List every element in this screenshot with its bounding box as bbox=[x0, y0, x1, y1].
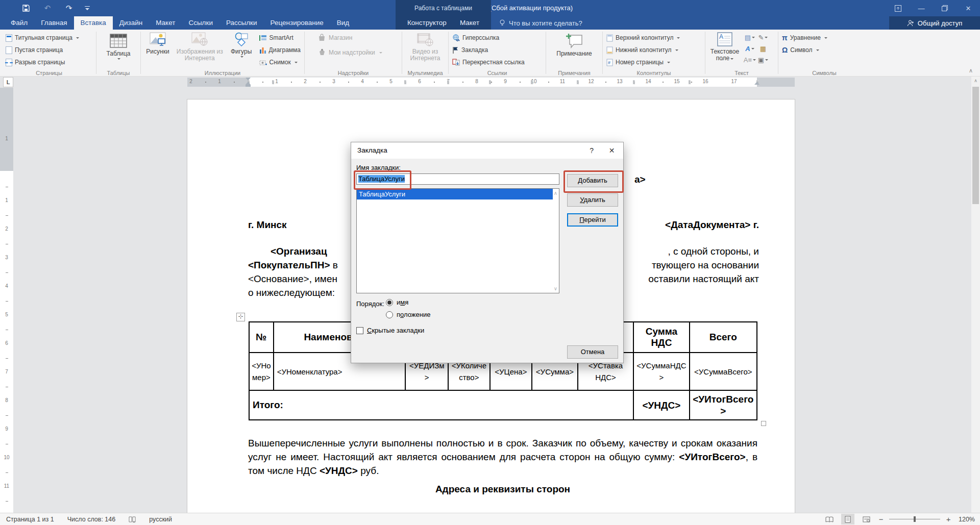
page-number-button[interactable]: # Номер страницы bbox=[604, 56, 704, 68]
restore-icon[interactable] bbox=[933, 0, 957, 16]
tab-view[interactable]: Вид bbox=[330, 16, 356, 30]
tab-insert[interactable]: Вставка bbox=[74, 16, 113, 30]
doc-table-header-cell[interactable]: № bbox=[249, 322, 274, 353]
goto-button[interactable]: Перейти bbox=[567, 213, 618, 227]
tab-table-layout[interactable]: Макет bbox=[453, 16, 486, 30]
zoom-slider[interactable] bbox=[889, 519, 940, 519]
ribbon-display-options-icon[interactable] bbox=[886, 0, 910, 16]
tab-home[interactable]: Главная bbox=[34, 16, 74, 30]
sort-by-position-radio[interactable]: положение bbox=[386, 311, 430, 318]
radio-selected-icon bbox=[386, 299, 393, 306]
table-move-handle[interactable]: ⊹ bbox=[236, 313, 245, 321]
dialog-close-icon[interactable]: ✕ bbox=[600, 142, 623, 158]
drop-cap-button[interactable]: A≡ bbox=[743, 54, 756, 65]
header-button[interactable]: Верхний колонтитул bbox=[604, 32, 704, 44]
bookmark-list-item[interactable]: ТаблицаУслуги bbox=[357, 189, 553, 199]
delete-button[interactable]: Удалить bbox=[567, 193, 618, 207]
signature-line-button[interactable]: ✎ bbox=[756, 32, 770, 43]
vertical-ruler[interactable]: 11234567891011 bbox=[0, 88, 13, 513]
doc-table-total-label[interactable]: Итого: bbox=[249, 390, 633, 420]
cross-reference-button[interactable]: Перекрестная ссылка bbox=[450, 56, 545, 68]
text-box-button[interactable]: A Текстовое поле bbox=[706, 31, 743, 68]
cancel-button[interactable]: Отмена bbox=[567, 345, 618, 359]
tell-me-box[interactable]: Что вы хотите сделать? bbox=[499, 16, 582, 30]
tab-review[interactable]: Рецензирование bbox=[264, 16, 330, 30]
wordart-button[interactable]: A bbox=[743, 43, 756, 54]
doc-table-cell[interactable]: <УСуммаНДС> bbox=[633, 353, 689, 390]
screenshot-button[interactable]: Снимок bbox=[257, 56, 303, 68]
sort-by-name-radio[interactable]: имя bbox=[386, 298, 408, 306]
pictures-button[interactable]: Рисунки bbox=[142, 31, 174, 68]
tab-design[interactable]: Дизайн bbox=[113, 16, 149, 30]
doc-table-cell[interactable]: <УСуммаВсего> bbox=[690, 353, 757, 390]
close-icon[interactable]: ✕ bbox=[957, 0, 980, 16]
doc-table-total-sum[interactable]: <УИтогВсего> bbox=[690, 390, 757, 420]
quick-parts-button[interactable]: ▤ bbox=[743, 32, 756, 43]
print-layout-icon[interactable] bbox=[841, 514, 854, 524]
my-addins-button[interactable]: Мои надстройки bbox=[315, 48, 385, 56]
smartart-button[interactable]: SmartArt bbox=[257, 32, 303, 44]
chevron-down-icon bbox=[76, 37, 79, 40]
vertical-scrollbar[interactable]: ∧ bbox=[971, 77, 980, 513]
comment-button[interactable]: Примечание bbox=[547, 32, 601, 57]
shapes-button[interactable]: Фигуры bbox=[226, 31, 257, 68]
blank-page-button[interactable]: Пустая страница bbox=[3, 44, 95, 56]
chevron-down-icon bbox=[379, 52, 382, 55]
group-label-links: Ссылки bbox=[449, 70, 546, 76]
online-video-button[interactable]: Видео из Интернета bbox=[403, 32, 447, 62]
sort-order-label: Порядок: bbox=[356, 300, 384, 308]
word-count[interactable]: Число слов: 146 bbox=[67, 516, 116, 523]
doc-table-total-vat[interactable]: <УНДС> bbox=[633, 390, 689, 420]
scroll-up-icon[interactable]: ∧ bbox=[554, 190, 557, 196]
equation-button[interactable]: π Уравнение bbox=[779, 32, 869, 44]
hyperlink-button[interactable]: Гиперссылка bbox=[450, 32, 545, 44]
scroll-down-icon[interactable]: ∨ bbox=[554, 286, 557, 291]
online-pictures-button[interactable]: Изображения из Интернета bbox=[174, 31, 226, 68]
minimize-icon[interactable]: — bbox=[910, 0, 933, 16]
hidden-bookmarks-checkbox[interactable]: Скрытые закладки bbox=[356, 327, 424, 334]
share-label: Общий доступ bbox=[918, 19, 962, 27]
symbol-button[interactable]: Ω Символ bbox=[779, 44, 869, 56]
zoom-level[interactable]: 120% bbox=[959, 516, 975, 523]
date-time-button[interactable]: ▦ bbox=[756, 43, 770, 54]
ribbon-group-text: A Текстовое поле ▤ A A≡ ✎ ▦ ▣ Текст bbox=[705, 30, 778, 77]
bookmark-list[interactable]: ∧ ∨ ТаблицаУслуги bbox=[356, 188, 559, 293]
table-button[interactable]: Таблица bbox=[97, 32, 139, 60]
tab-stop-selector[interactable]: L bbox=[3, 77, 13, 87]
scrollbar-thumb[interactable] bbox=[972, 87, 979, 204]
doc-table-header-cell[interactable]: Всего bbox=[690, 322, 757, 353]
share-button[interactable]: Общий доступ bbox=[889, 16, 980, 30]
dialog-help-button[interactable]: ? bbox=[590, 146, 594, 155]
web-layout-icon[interactable] bbox=[860, 514, 873, 524]
bookmark-name-input[interactable]: ТаблицаУслуги bbox=[356, 173, 559, 185]
dialog-title-bar[interactable]: Закладка ? ✕ bbox=[351, 142, 623, 159]
doc-table-header-cell[interactable]: Сумма НДС bbox=[633, 322, 689, 353]
store-button[interactable]: Магазин bbox=[315, 34, 355, 41]
chart-button[interactable]: Диаграмма bbox=[257, 44, 303, 56]
table-resize-handle[interactable] bbox=[761, 421, 766, 426]
cover-page-button[interactable]: Титульная страница bbox=[3, 32, 95, 44]
object-button[interactable]: ▣ bbox=[756, 54, 770, 65]
hyperlink-icon bbox=[452, 34, 460, 41]
tab-file[interactable]: Файл bbox=[4, 16, 34, 30]
ribbon-group-addins: Магазин Мои надстройки Надстройки bbox=[305, 30, 402, 77]
tab-references[interactable]: Ссылки bbox=[182, 16, 219, 30]
zoom-out-button[interactable]: − bbox=[878, 515, 884, 523]
language-indicator[interactable]: русский bbox=[149, 516, 172, 523]
proofing-icon[interactable] bbox=[129, 516, 136, 523]
footer-button[interactable]: Нижний колонтитул bbox=[604, 44, 704, 56]
tab-mailings[interactable]: Рассылки bbox=[219, 16, 264, 30]
doc-table-cell[interactable]: <УНомер> bbox=[249, 353, 274, 390]
page-count[interactable]: Страница 1 из 1 bbox=[6, 516, 54, 523]
zoom-in-button[interactable]: + bbox=[945, 515, 951, 523]
zoom-slider-thumb[interactable] bbox=[914, 516, 916, 522]
horizontal-ruler[interactable]: 211234567891011121314151617 bbox=[0, 77, 980, 88]
scroll-up-icon[interactable]: ∧ bbox=[971, 77, 980, 85]
read-mode-icon[interactable] bbox=[823, 514, 836, 524]
tab-table-design[interactable]: Конструктор bbox=[401, 16, 453, 30]
page-break-button[interactable]: Разрыв страницы bbox=[3, 56, 95, 68]
bookmark-button[interactable]: Закладка bbox=[450, 44, 545, 56]
collapse-ribbon-icon[interactable]: ∧ bbox=[969, 67, 973, 74]
tab-layout[interactable]: Макет bbox=[149, 16, 182, 30]
add-button[interactable]: Добавить bbox=[567, 174, 618, 187]
